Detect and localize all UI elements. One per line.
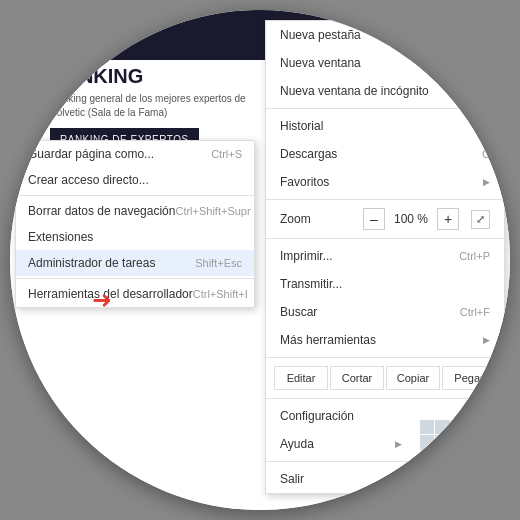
divider-r1 (266, 108, 504, 109)
zoom-row: Zoom – 100 % + ⤢ (266, 203, 504, 235)
herramientas-dev-item[interactable]: Herramientas del desarrollador Ctrl+Shif… (16, 281, 254, 307)
grid-cell (451, 420, 465, 434)
guardar-pagina-item[interactable]: Guardar página como... Ctrl+S (16, 141, 254, 167)
zoom-plus-button[interactable]: + (437, 208, 459, 230)
grid-cell (451, 466, 465, 480)
imprimir-item[interactable]: Imprimir... Ctrl+P (266, 242, 504, 270)
grid-cell (420, 420, 434, 434)
descargas-item[interactable]: Descargas C (266, 140, 504, 168)
grid-cell (451, 435, 465, 449)
crear-acceso-item[interactable]: Crear acceso directo... (16, 167, 254, 193)
nueva-ventana-incognito-item[interactable]: Nueva ventana de incógnito (266, 77, 504, 105)
favoritos-item[interactable]: Favoritos ▶ (266, 168, 504, 196)
main-circle: IDENTIFICARSE + CREAR C ? RANKING Rankin… (10, 10, 510, 510)
editar-button[interactable]: Editar (274, 366, 328, 390)
nueva-pestana-item[interactable]: Nueva pestaña (266, 21, 504, 49)
divider-1 (16, 195, 254, 196)
grid-cell (435, 420, 449, 434)
ranking-subtitle: Ranking general de los mejores expertos … (50, 92, 250, 120)
grid-cell (420, 466, 434, 480)
grid-cell (435, 451, 449, 465)
mas-herramientas-item[interactable]: Más herramientas ▶ (266, 326, 504, 354)
grid-cell (435, 435, 449, 449)
buscar-item[interactable]: Buscar Ctrl+F (266, 298, 504, 326)
borrar-datos-item[interactable]: Borrar datos de navegación Ctrl+Shift+Su… (16, 198, 254, 224)
grid-cell (466, 466, 480, 480)
edit-row: Editar Cortar Copiar Pegar (266, 361, 504, 395)
grid-cell (451, 451, 465, 465)
ranking-section: ? RANKING Ranking general de los mejores… (20, 65, 250, 151)
divider-r2 (266, 199, 504, 200)
grid-cell (466, 451, 480, 465)
administrador-tareas-item[interactable]: Administrador de tareas Shift+Esc (16, 250, 254, 276)
extensiones-item[interactable]: Extensiones (16, 224, 254, 250)
grid-cell (435, 466, 449, 480)
context-menu-left: Guardar página como... Ctrl+S Crear acce… (15, 140, 255, 308)
divider-r5 (266, 398, 504, 399)
zoom-value: 100 % (393, 212, 429, 226)
copiar-button[interactable]: Copiar (386, 366, 440, 390)
zoom-minus-button[interactable]: – (363, 208, 385, 230)
nueva-ventana-item[interactable]: Nueva ventana (266, 49, 504, 77)
divider-r4 (266, 357, 504, 358)
grid-cell (420, 451, 434, 465)
divider-r3 (266, 238, 504, 239)
grid-cell (420, 435, 434, 449)
ranking-title: RANKING (50, 65, 250, 88)
fullscreen-icon[interactable]: ⤢ (471, 210, 490, 229)
grid-cell (466, 435, 480, 449)
cortar-button[interactable]: Cortar (330, 366, 384, 390)
historial-item[interactable]: Historial ▶ (266, 112, 504, 140)
divider-2 (16, 278, 254, 279)
transmitir-item[interactable]: Transmitir... (266, 270, 504, 298)
pegar-button[interactable]: Pegar (442, 366, 496, 390)
grid-overlay (420, 420, 480, 480)
grid-cell (466, 420, 480, 434)
